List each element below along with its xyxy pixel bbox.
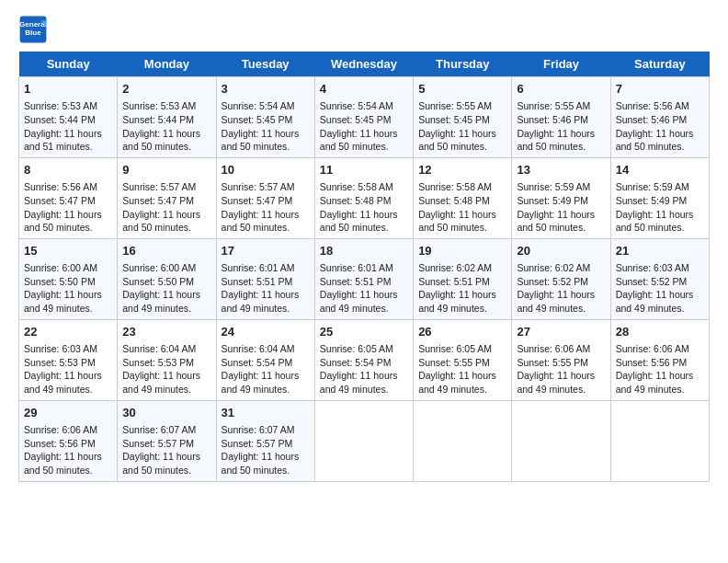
sunset-text: Sunset: 5:46 PM: [517, 114, 588, 125]
logo-icon: General Blue: [18, 15, 48, 44]
calendar-cell: [610, 400, 709, 481]
daylight-text: Daylight: 11 hours and 50 minutes.: [24, 451, 102, 476]
day-number: 31: [222, 405, 310, 421]
col-header-tuesday: Tuesday: [216, 52, 314, 77]
calendar-cell: 4Sunrise: 5:54 AMSunset: 5:45 PMDaylight…: [314, 77, 413, 158]
day-number: 29: [24, 405, 112, 421]
day-number: 21: [616, 243, 704, 259]
calendar-cell: [314, 400, 413, 481]
calendar-cell: 6Sunrise: 5:55 AMSunset: 5:46 PMDaylight…: [512, 77, 610, 158]
sunset-text: Sunset: 5:54 PM: [320, 357, 392, 368]
day-number: 14: [616, 162, 704, 178]
calendar-cell: 17Sunrise: 6:01 AMSunset: 5:51 PMDayligh…: [216, 238, 314, 319]
calendar-cell: 31Sunrise: 6:07 AMSunset: 5:57 PMDayligh…: [216, 400, 314, 481]
sunset-text: Sunset: 5:47 PM: [24, 195, 96, 206]
sunset-text: Sunset: 5:56 PM: [616, 357, 688, 368]
calendar-cell: 1Sunrise: 5:53 AMSunset: 5:44 PMDaylight…: [19, 77, 118, 158]
sunrise-text: Sunrise: 6:02 AM: [517, 262, 590, 273]
calendar-cell: 29Sunrise: 6:06 AMSunset: 5:56 PMDayligh…: [19, 400, 118, 481]
calendar-cell: 26Sunrise: 6:05 AMSunset: 5:55 PMDayligh…: [414, 319, 512, 400]
sunrise-text: Sunrise: 6:00 AM: [122, 262, 196, 273]
daylight-text: Daylight: 11 hours and 49 minutes.: [24, 289, 102, 314]
sunrise-text: Sunrise: 6:04 AM: [122, 343, 196, 354]
calendar-cell: 22Sunrise: 6:03 AMSunset: 5:53 PMDayligh…: [19, 319, 118, 400]
sunset-text: Sunset: 5:51 PM: [418, 276, 490, 287]
daylight-text: Daylight: 11 hours and 50 minutes.: [517, 128, 595, 153]
sunrise-text: Sunrise: 5:53 AM: [122, 100, 196, 111]
day-number: 17: [222, 243, 310, 259]
daylight-text: Daylight: 11 hours and 50 minutes.: [320, 209, 398, 234]
calendar-cell: 27Sunrise: 6:06 AMSunset: 5:55 PMDayligh…: [512, 319, 610, 400]
sunset-text: Sunset: 5:55 PM: [517, 357, 588, 368]
day-number: 22: [24, 324, 112, 340]
sunset-text: Sunset: 5:53 PM: [24, 357, 96, 368]
calendar-cell: 24Sunrise: 6:04 AMSunset: 5:54 PMDayligh…: [216, 319, 314, 400]
day-number: 12: [418, 162, 506, 178]
sunrise-text: Sunrise: 5:55 AM: [517, 100, 590, 111]
calendar-cell: [512, 400, 610, 481]
sunset-text: Sunset: 5:51 PM: [222, 276, 293, 287]
daylight-text: Daylight: 11 hours and 49 minutes.: [122, 289, 200, 314]
calendar-cell: [414, 400, 512, 481]
calendar-cell: 19Sunrise: 6:02 AMSunset: 5:51 PMDayligh…: [414, 238, 512, 319]
day-number: 18: [320, 243, 408, 259]
sunset-text: Sunset: 5:57 PM: [122, 438, 194, 449]
daylight-text: Daylight: 11 hours and 50 minutes.: [418, 128, 496, 153]
sunrise-text: Sunrise: 5:55 AM: [418, 100, 492, 111]
calendar-cell: 18Sunrise: 6:01 AMSunset: 5:51 PMDayligh…: [314, 238, 413, 319]
sunrise-text: Sunrise: 5:54 AM: [222, 100, 295, 111]
day-number: 27: [517, 324, 605, 340]
svg-text:Blue: Blue: [25, 29, 41, 37]
sunrise-text: Sunrise: 6:00 AM: [24, 262, 97, 273]
calendar-cell: 5Sunrise: 5:55 AMSunset: 5:45 PMDaylight…: [414, 77, 512, 158]
page-container: General Blue SundayMondayTuesdayWednesda…: [18, 15, 710, 482]
day-number: 13: [517, 162, 605, 178]
sunset-text: Sunset: 5:44 PM: [24, 114, 96, 125]
sunrise-text: Sunrise: 5:59 AM: [616, 181, 689, 192]
daylight-text: Daylight: 11 hours and 49 minutes.: [222, 370, 300, 395]
sunrise-text: Sunrise: 5:58 AM: [418, 181, 492, 192]
sunset-text: Sunset: 5:48 PM: [418, 195, 490, 206]
calendar-cell: 12Sunrise: 5:58 AMSunset: 5:48 PMDayligh…: [414, 157, 512, 238]
week-row-4: 22Sunrise: 6:03 AMSunset: 5:53 PMDayligh…: [19, 319, 710, 400]
sunrise-text: Sunrise: 6:02 AM: [418, 262, 492, 273]
daylight-text: Daylight: 11 hours and 49 minutes.: [122, 370, 200, 395]
day-number: 4: [320, 81, 408, 98]
daylight-text: Daylight: 11 hours and 50 minutes.: [122, 451, 200, 476]
sunset-text: Sunset: 5:47 PM: [222, 195, 293, 206]
col-header-sunday: Sunday: [19, 52, 118, 77]
daylight-text: Daylight: 11 hours and 50 minutes.: [616, 128, 694, 153]
calendar-cell: 16Sunrise: 6:00 AMSunset: 5:50 PMDayligh…: [118, 238, 216, 319]
sunrise-text: Sunrise: 6:04 AM: [222, 343, 295, 354]
sunset-text: Sunset: 5:54 PM: [222, 357, 293, 368]
day-number: 19: [418, 243, 506, 259]
col-header-friday: Friday: [512, 52, 610, 77]
day-number: 23: [122, 324, 210, 340]
sunset-text: Sunset: 5:57 PM: [222, 438, 293, 449]
calendar-cell: 30Sunrise: 6:07 AMSunset: 5:57 PMDayligh…: [118, 400, 216, 481]
sunrise-text: Sunrise: 5:58 AM: [320, 181, 393, 192]
calendar-cell: 20Sunrise: 6:02 AMSunset: 5:52 PMDayligh…: [512, 238, 610, 319]
daylight-text: Daylight: 11 hours and 50 minutes.: [24, 209, 102, 234]
daylight-text: Daylight: 11 hours and 50 minutes.: [222, 451, 300, 476]
sunrise-text: Sunrise: 6:06 AM: [616, 343, 689, 354]
day-number: 6: [517, 81, 605, 98]
sunset-text: Sunset: 5:52 PM: [616, 276, 688, 287]
sunset-text: Sunset: 5:48 PM: [320, 195, 392, 206]
calendar-cell: 23Sunrise: 6:04 AMSunset: 5:53 PMDayligh…: [118, 319, 216, 400]
week-row-1: 1Sunrise: 5:53 AMSunset: 5:44 PMDaylight…: [19, 77, 710, 158]
header-row: SundayMondayTuesdayWednesdayThursdayFrid…: [19, 52, 710, 77]
day-number: 16: [122, 243, 210, 259]
sunset-text: Sunset: 5:56 PM: [24, 438, 96, 449]
day-number: 2: [122, 81, 210, 98]
week-row-5: 29Sunrise: 6:06 AMSunset: 5:56 PMDayligh…: [19, 400, 710, 481]
day-number: 11: [320, 162, 408, 178]
day-number: 24: [222, 324, 310, 340]
sunrise-text: Sunrise: 5:56 AM: [24, 181, 97, 192]
sunset-text: Sunset: 5:53 PM: [122, 357, 194, 368]
daylight-text: Daylight: 11 hours and 49 minutes.: [517, 370, 595, 395]
daylight-text: Daylight: 11 hours and 49 minutes.: [320, 370, 398, 395]
daylight-text: Daylight: 11 hours and 49 minutes.: [616, 289, 694, 314]
logo: General Blue: [18, 15, 51, 44]
week-row-3: 15Sunrise: 6:00 AMSunset: 5:50 PMDayligh…: [19, 238, 710, 319]
